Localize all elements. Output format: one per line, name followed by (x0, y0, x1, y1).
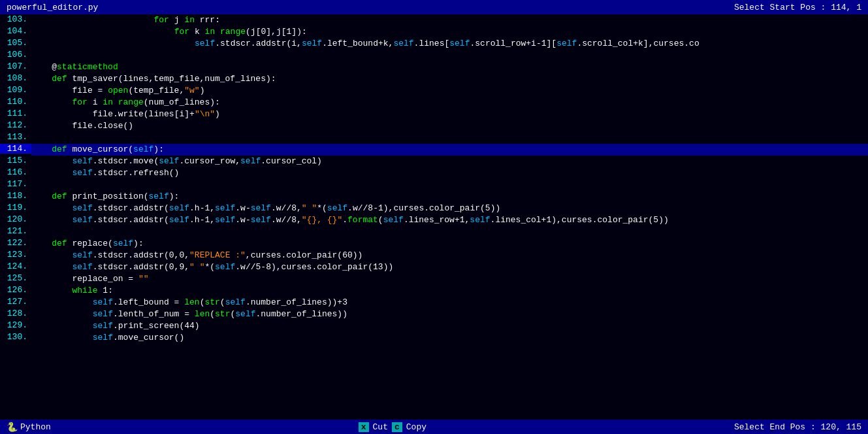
code-line: 129. self.print_screen(44) (0, 320, 868, 332)
code-line: 115. self.stdscr.move(self.cursor_row,se… (0, 156, 868, 167)
line-number: 103. (0, 14, 31, 24)
line-content: self.stdscr.addstr(i,self.left_bound+k,s… (31, 38, 868, 50)
line-content: self.left_bound = len(str(self.number_of… (31, 297, 868, 309)
code-line: 106. (0, 50, 868, 61)
line-number: 118. (0, 191, 31, 201)
select-end-pos: Select End Pos : 120, 115 (734, 422, 861, 432)
line-number: 124. (0, 261, 31, 271)
line-number: 119. (0, 203, 31, 212)
code-line: 127. self.left_bound = len(str(self.numb… (0, 297, 868, 309)
code-line: 103. for j in rrr: (0, 14, 868, 26)
line-number: 122. (0, 238, 31, 248)
code-line: 113. (0, 132, 868, 144)
python-icon: 🐍 (7, 422, 18, 433)
line-number: 126. (0, 285, 31, 295)
line-content (31, 179, 868, 191)
copy-key[interactable]: c (392, 422, 402, 432)
copy-label: Copy (406, 422, 426, 432)
code-line: 117. (0, 179, 868, 191)
line-content: self.stdscr.addstr(0,9," "*(self.w//5-8)… (31, 261, 868, 273)
line-number: 121. (0, 226, 31, 236)
code-line: 124. self.stdscr.addstr(0,9," "*(self.w/… (0, 261, 868, 273)
line-number: 104. (0, 26, 31, 36)
code-line: 126. while 1: (0, 285, 868, 297)
code-line: 105. self.stdscr.addstr(i,self.left_boun… (0, 38, 868, 50)
line-number: 113. (0, 132, 31, 142)
select-start-pos: Select Start Pos : 114, 1 (734, 3, 861, 12)
code-line: 110. for i in range(num_of_lines): (0, 97, 868, 108)
line-number: 115. (0, 156, 31, 165)
line-number: 108. (0, 73, 31, 83)
code-line: 120. self.stdscr.addstr(self.h-1,self.w-… (0, 214, 868, 226)
line-content: self.stdscr.addstr(0,0,"REPLACE :",curse… (31, 250, 868, 261)
line-content: file.close() (31, 120, 868, 132)
code-line: 111. file.write(lines[i]+"\n") (0, 108, 868, 120)
code-line: 128. self.lenth_of_num = len(str(self.nu… (0, 309, 868, 320)
code-line: 114. def move_cursor(self): (0, 144, 868, 156)
line-number: 105. (0, 38, 31, 48)
line-content: self.print_screen(44) (31, 320, 868, 332)
filename: powerful_editor.py (7, 3, 98, 12)
line-number: 125. (0, 273, 31, 283)
line-number: 129. (0, 320, 31, 330)
line-number: 111. (0, 108, 31, 118)
code-line: 119. self.stdscr.addstr(self.h-1,self.w-… (0, 203, 868, 214)
language-label: Python (20, 422, 51, 432)
code-line: 125. replace_on = "" (0, 273, 868, 285)
code-line: 116. self.stdscr.refresh() (0, 167, 868, 179)
line-content: self.stdscr.addstr(self.h-1,self.w-self.… (31, 214, 868, 226)
code-line: 118. def print_position(self): (0, 191, 868, 203)
line-content: self.lenth_of_num = len(str(self.number_… (31, 309, 868, 320)
line-number: 127. (0, 297, 31, 307)
line-content: def move_cursor(self): (31, 144, 868, 156)
line-number: 128. (0, 309, 31, 318)
line-number: 130. (0, 332, 31, 342)
code-line: 123. self.stdscr.addstr(0,0,"REPLACE :",… (0, 250, 868, 261)
code-line: 121. (0, 226, 868, 238)
code-line: 112. file.close() (0, 120, 868, 132)
line-number: 106. (0, 50, 31, 59)
line-content: self.stdscr.refresh() (31, 167, 868, 179)
code-line: 122. def replace(self): (0, 238, 868, 250)
code-line: 104. for k in range(j[0],j[1]): (0, 26, 868, 38)
line-content (31, 132, 868, 144)
line-content: self.stdscr.addstr(self.h-1,self.w-self.… (31, 203, 868, 214)
line-content: for i in range(num_of_lines): (31, 97, 868, 108)
cut-key[interactable]: x (359, 422, 369, 432)
line-number: 117. (0, 179, 31, 189)
line-content: replace_on = "" (31, 273, 868, 285)
line-content: def replace(self): (31, 238, 868, 250)
line-number: 107. (0, 61, 31, 71)
language-indicator: 🐍 Python (7, 422, 51, 433)
line-number: 112. (0, 120, 31, 130)
line-content: def print_position(self): (31, 191, 868, 203)
line-content: for j in rrr: (31, 14, 868, 26)
line-number: 109. (0, 85, 31, 95)
cut-label: Cut (373, 422, 388, 432)
line-content: for k in range(j[0],j[1]): (31, 26, 868, 38)
line-content (31, 50, 868, 61)
line-content: @staticmethod (31, 61, 868, 73)
line-content: self.move_cursor() (31, 332, 868, 344)
line-number: 116. (0, 167, 31, 177)
line-content: file = open(temp_file,"w") (31, 85, 868, 97)
line-content: self.stdscr.move(self.cursor_row,self.cu… (31, 156, 868, 167)
editor-area: 103. for j in rrr:104. for k in range(j[… (0, 14, 868, 420)
code-line: 107. @staticmethod (0, 61, 868, 73)
line-content: file.write(lines[i]+"\n") (31, 108, 868, 120)
line-content: while 1: (31, 285, 868, 297)
line-content (31, 226, 868, 238)
bottom-commands: x Cut c Copy (359, 422, 426, 432)
line-number: 110. (0, 97, 31, 107)
line-content: def tmp_saver(lines,temp_file,num_of_lin… (31, 73, 868, 85)
line-number: 114. (0, 144, 31, 154)
code-line: 109. file = open(temp_file,"w") (0, 85, 868, 97)
top-bar: powerful_editor.py Select Start Pos : 11… (0, 0, 868, 14)
line-number: 120. (0, 214, 31, 224)
bottom-bar: 🐍 Python x Cut c Copy Select End Pos : 1… (0, 420, 868, 434)
line-number: 123. (0, 250, 31, 259)
code-line: 108. def tmp_saver(lines,temp_file,num_o… (0, 73, 868, 85)
code-line: 130. self.move_cursor() (0, 332, 868, 344)
